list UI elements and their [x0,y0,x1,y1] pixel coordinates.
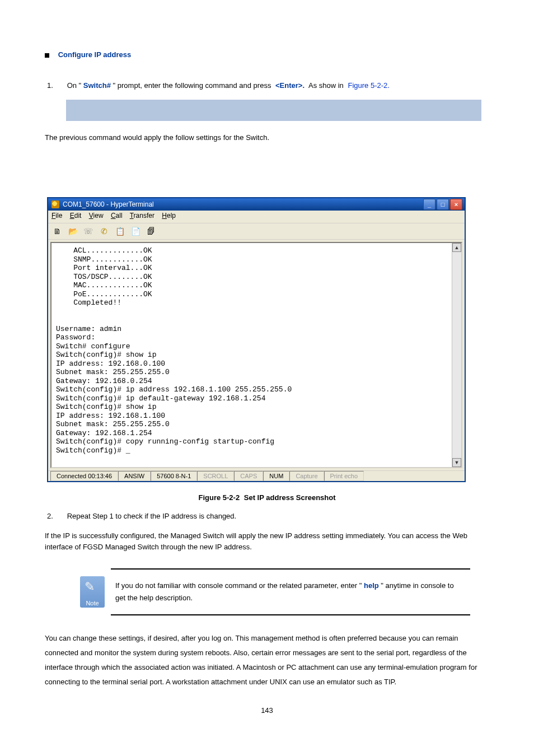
terminal-area[interactable]: ACL.............OK SNMP............OK Po… [50,242,462,468]
window-controls: _ □ × [423,199,462,210]
menu-view[interactable]: View [89,212,104,220]
status-capture: Capture [289,471,324,481]
terminal-text: ACL.............OK SNMP............OK Po… [51,243,461,458]
note-text: If you do not familiar with console comm… [111,568,470,615]
status-emulation: ANSIW [118,471,151,481]
figure-caption: Figure 5-2-2 Set IP address Screenshot [45,493,489,502]
open-icon[interactable]: 📂 [67,226,78,237]
status-scroll: SCROLL [197,471,234,481]
note-text-a: If you do not familiar with console comm… [115,581,362,590]
enter-key: <Enter>. [275,81,305,90]
section-header-line: Configure IP address [45,50,489,59]
help-command: help [364,581,379,590]
scroll-up-icon[interactable]: ▲ [452,243,461,252]
paragraph-3: You can change these settings, if desire… [45,631,489,689]
status-num: NUM [263,471,289,481]
maximize-button[interactable]: □ [437,199,449,210]
menu-help[interactable]: Help [162,212,176,220]
hyperterminal-window: COM1_57600 - HyperTerminal _ □ × File Ed… [47,197,466,482]
bullet-icon [45,53,49,58]
minimize-button[interactable]: _ [423,199,435,210]
note-label: Note [86,600,99,606]
hyperterminal-icon [51,200,59,208]
disconnect-icon[interactable]: ✆ [99,226,110,237]
phone-icon[interactable]: ☏ [83,226,94,237]
note-icon-wrap: ✎ Note [78,568,106,615]
paragraph-2: If the IP is successfully configured, th… [45,530,489,553]
page-content: Configure IP address 1. On " Switch# " p… [0,0,534,756]
cli-prompt: Switch# [83,81,111,90]
step-1-text-c: As show in [308,81,344,90]
scrollbar[interactable]: ▲ ▼ [452,243,461,467]
new-file-icon[interactable]: 🗎 [51,226,63,237]
page-number: 143 [45,706,489,715]
figure-link[interactable]: Figure 5-2-2. [348,81,389,90]
window-title: COM1_57600 - HyperTerminal [63,200,154,208]
scroll-down-icon[interactable]: ▼ [452,458,461,467]
status-echo: Print echo [324,471,364,481]
step-2-number: 2. [47,512,65,520]
section-header: Configure IP address [58,50,132,59]
menu-file[interactable]: File [51,212,62,220]
step-2: 2. Repeat Step 1 to check if the IP addr… [47,512,489,520]
figure-label: Figure 5-2-2 [198,493,240,502]
step-1-text-a: On " [67,81,82,90]
step-2-text: Repeat Step 1 to check if the IP address… [67,512,237,520]
step-1-number: 1. [47,81,65,90]
titlebar[interactable]: COM1_57600 - HyperTerminal _ □ × [48,198,465,211]
command-block [66,100,481,121]
menu-call[interactable]: Call [111,212,123,220]
terminal-wrap: ACL.............OK SNMP............OK Po… [48,240,465,470]
status-connection: Connected 00:13:46 [50,471,118,481]
menu-transfer[interactable]: Transfer [130,212,154,220]
step-1-text-b: " prompt, enter the following command an… [113,81,271,90]
settings-block [66,155,480,186]
menu-edit[interactable]: Edit [70,212,82,220]
statusbar: Connected 00:13:46 ANSIW 57600 8-N-1 SCR… [48,470,465,481]
send-icon[interactable]: 📋 [114,226,125,237]
step-1: 1. On " Switch# " prompt, enter the foll… [47,81,489,90]
figure-caption-text: Set IP address Screenshot [244,493,336,502]
titlebar-left: COM1_57600 - HyperTerminal [51,200,154,208]
note-icon: ✎ Note [80,576,105,608]
paragraph-1: The previous command would apply the fol… [45,132,489,143]
toolbar: 🗎 📂 ☏ ✆ 📋 📄 🗐 [48,223,465,240]
receive-icon[interactable]: 📄 [130,226,141,237]
properties-icon[interactable]: 🗐 [146,226,157,237]
note-pen-icon: ✎ [85,580,95,594]
status-port: 57600 8-N-1 [151,471,197,481]
menubar: File Edit View Call Transfer Help [48,211,465,223]
note-block: ✎ Note If you do not familiar with conso… [78,568,470,615]
status-caps: CAPS [234,471,263,481]
close-button[interactable]: × [450,199,462,210]
